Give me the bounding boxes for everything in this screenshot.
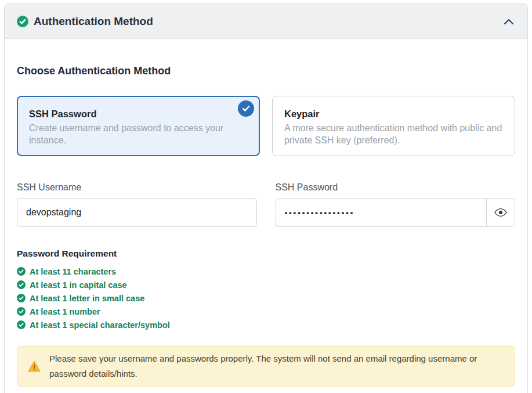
collapse-button[interactable] bbox=[502, 17, 515, 26]
requirement-item: At least 11 characters bbox=[17, 265, 515, 278]
requirement-check-icon bbox=[17, 320, 26, 329]
requirement-item: At least 1 number bbox=[17, 305, 515, 318]
method-description: A more secure authentication method with… bbox=[284, 122, 503, 146]
password-requirements-title: Password Requirement bbox=[17, 248, 515, 259]
warning-text: Please save your username and passwords … bbox=[49, 351, 504, 381]
warning-alert: Please save your username and passwords … bbox=[17, 346, 515, 387]
credential-fields: SSH Username SSH Password bbox=[17, 182, 515, 227]
eye-icon bbox=[494, 208, 507, 217]
method-card-keypair[interactable]: Keypair A more secure authentication met… bbox=[272, 96, 515, 156]
ssh-password-group bbox=[276, 198, 516, 227]
section-title: Choose Authentication Method bbox=[17, 65, 515, 77]
requirement-text: At least 1 letter in small case bbox=[30, 294, 144, 303]
panel-body: Choose Authentication Method SSH Passwor… bbox=[5, 39, 527, 387]
toggle-password-visibility-button[interactable] bbox=[486, 198, 515, 227]
requirement-check-icon bbox=[17, 294, 26, 302]
selected-check-icon bbox=[238, 100, 254, 117]
ssh-password-field: SSH Password bbox=[276, 182, 516, 227]
method-options: SSH Password Create username and passwor… bbox=[17, 96, 515, 156]
requirement-item: At least 1 special character/symbol bbox=[17, 318, 515, 331]
requirement-check-icon bbox=[17, 267, 26, 276]
section-complete-check-icon bbox=[17, 16, 28, 27]
requirement-text: At least 1 number bbox=[30, 307, 100, 316]
password-requirements-list: At least 11 characters At least 1 in cap… bbox=[17, 265, 515, 331]
method-title: SSH Password bbox=[29, 109, 248, 120]
ssh-username-field: SSH Username bbox=[17, 182, 257, 227]
requirement-text: At least 11 characters bbox=[30, 267, 116, 276]
requirement-text: At least 1 in capital case bbox=[30, 280, 127, 290]
method-description: Create username and password to access y… bbox=[29, 122, 248, 146]
authentication-method-panel: Authentication Method Choose Authenticat… bbox=[4, 3, 528, 393]
requirement-check-icon bbox=[17, 307, 26, 316]
warning-triangle-icon bbox=[28, 360, 41, 372]
password-requirements: Password Requirement At least 11 charact… bbox=[17, 248, 515, 331]
ssh-password-input[interactable] bbox=[276, 198, 487, 227]
method-card-ssh-password[interactable]: SSH Password Create username and passwor… bbox=[17, 96, 260, 156]
panel-title: Authentication Method bbox=[34, 15, 153, 28]
requirement-check-icon bbox=[17, 280, 26, 289]
requirement-item: At least 1 letter in small case bbox=[17, 291, 515, 305]
requirement-text: At least 1 special character/symbol bbox=[30, 320, 170, 330]
chevron-up-icon bbox=[502, 17, 515, 26]
requirement-item: At least 1 in capital case bbox=[17, 278, 515, 291]
method-title: Keypair bbox=[284, 109, 503, 120]
ssh-username-label: SSH Username bbox=[17, 182, 257, 193]
ssh-password-label: SSH Password bbox=[276, 182, 516, 193]
ssh-username-input[interactable] bbox=[17, 198, 257, 227]
panel-header[interactable]: Authentication Method bbox=[5, 4, 527, 39]
